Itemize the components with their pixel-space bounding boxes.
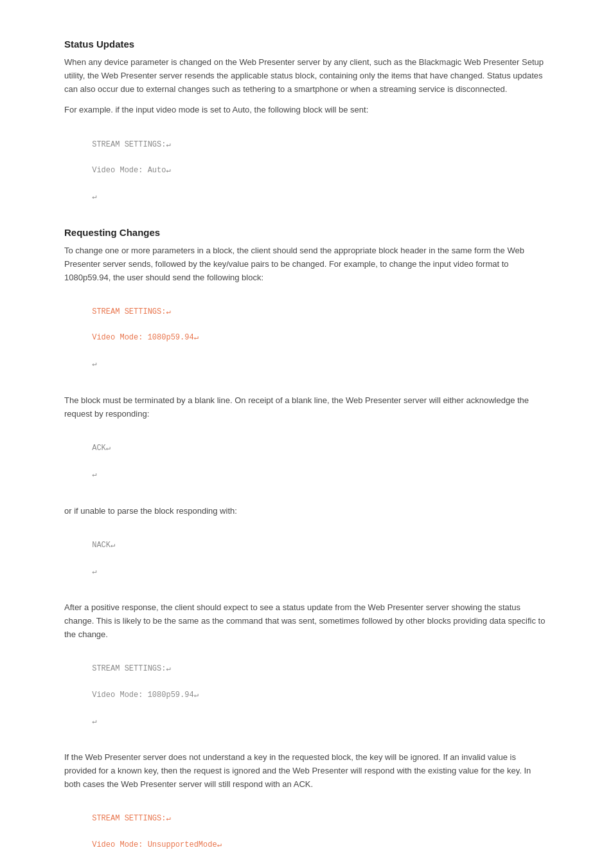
third-code-block: STREAM SETTINGS:↵ Video Mode: Unsupporte… xyxy=(64,799,549,868)
code-line: ↵ xyxy=(92,567,96,576)
code-line: STREAM SETTINGS:↵ xyxy=(92,664,170,673)
section-status-updates: Status Updates When any device parameter… xyxy=(64,39,549,217)
status-updates-para-2: For example. if the input video mode is … xyxy=(64,104,549,117)
after-second-code-para: If the Web Presenter server does not und… xyxy=(64,751,549,791)
status-updates-para-1: When any device parameter is changed on … xyxy=(64,56,549,96)
status-updates-code-1: STREAM SETTINGS:↵ Video Mode: Auto↵ ↵ xyxy=(64,125,549,217)
code-line-highlight: Video Mode: UnsupportedMode↵ xyxy=(92,840,222,849)
requesting-changes-code-1: STREAM SETTINGS:↵ Video Mode: 1080p59.94… xyxy=(64,292,549,384)
code-line-highlight: STREAM SETTINGS:↵ xyxy=(92,814,170,823)
code-line: Video Mode: 1080p59.94↵ xyxy=(92,691,199,700)
section-title-status-updates: Status Updates xyxy=(64,39,549,50)
code-line: ↵ xyxy=(92,470,96,479)
page-container: Status Updates When any device parameter… xyxy=(0,0,613,868)
code-line: Video Mode: Auto↵ xyxy=(92,166,170,175)
nack-code-block: NACK↵ ↵ xyxy=(64,525,549,591)
section-title-requesting-changes: Requesting Changes xyxy=(64,227,549,238)
code-line: ACK↵ xyxy=(92,444,111,453)
code-line: ↵ xyxy=(92,359,96,368)
after-nack-para: After a positive response, the client sh… xyxy=(64,601,549,641)
section-requesting-changes: Requesting Changes To change one or more… xyxy=(64,227,549,868)
code-line-highlight: STREAM SETTINGS:↵ xyxy=(92,307,170,316)
code-line: NACK↵ xyxy=(92,541,115,550)
code-line-highlight: Video Mode: 1080p59.94↵ xyxy=(92,333,199,342)
code-line: ↵ xyxy=(92,192,96,201)
requesting-changes-para-2: The block must be terminated by a blank … xyxy=(64,394,549,421)
code-line: ↵ xyxy=(92,717,96,726)
second-code-block: STREAM SETTINGS:↵ Video Mode: 1080p59.94… xyxy=(64,649,549,741)
code-line: STREAM SETTINGS:↵ xyxy=(92,140,170,149)
ack-code-block: ACK↵ ↵ xyxy=(64,429,549,494)
or-text: or if unable to parse the block respondi… xyxy=(64,505,549,518)
requesting-changes-para-1: To change one or more parameters in a bl… xyxy=(64,244,549,284)
